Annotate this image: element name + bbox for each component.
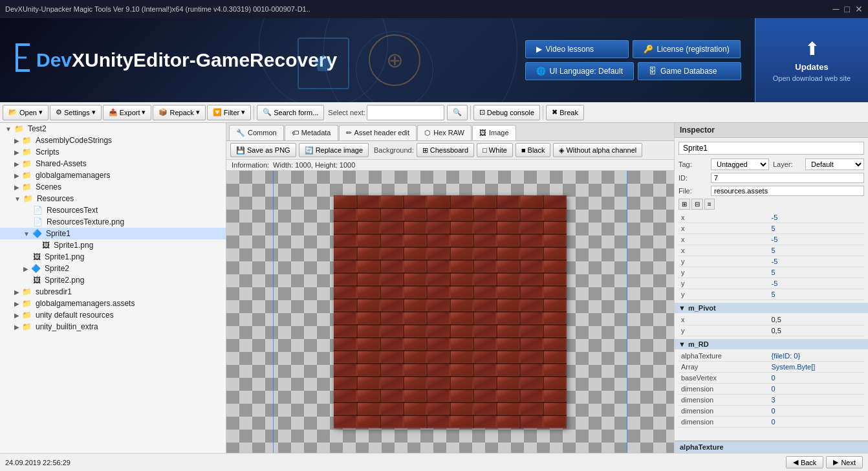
inspector-tool-1[interactable]: ⊞: [678, 199, 690, 210]
tree-item-2[interactable]: ▶📁Scripts: [0, 146, 226, 158]
ui-language-button[interactable]: 🌐 UI Language: Default: [525, 62, 634, 80]
tree-label: Scenes: [36, 182, 61, 192]
datetime: 24.09.2019 22:56:29: [5, 459, 71, 466]
chessboard-button[interactable]: ⊞ Chessboard: [417, 143, 474, 157]
tab-metadata[interactable]: 🏷 Metadata: [285, 125, 338, 140]
tree-icon: 📁: [22, 159, 32, 168]
tab-image[interactable]: 🖼 Image: [472, 125, 516, 140]
break-button[interactable]: ✖ Break: [546, 105, 584, 120]
inspector-data-container: x-5x5x-5x5y-5y5y-5y5: [678, 212, 864, 300]
tag-select[interactable]: Untagged: [711, 159, 769, 170]
select-next-label: Select next:: [328, 109, 365, 116]
white-icon: □: [483, 146, 487, 154]
tree-item-11[interactable]: 🖼Sprite1.png: [0, 251, 226, 263]
inspector-section-rd: ▼ m_RD: [675, 339, 868, 349]
inspector-section-pivot: ▼ m_Pivot: [675, 303, 868, 313]
pivot-collapse-icon: ▼: [678, 304, 686, 312]
without-alpha-button[interactable]: ◈ Without alpha channel: [553, 143, 642, 157]
debug-console-button[interactable]: ⊡ Debug console: [473, 105, 540, 120]
tabs-bar: 🔧 Common 🏷 Metadata ✏ Asset header edit …: [226, 123, 674, 141]
tree-item-0[interactable]: ▼📁Test2: [0, 123, 226, 135]
tree-item-9[interactable]: ▼🔷Sprite1: [0, 228, 226, 239]
expand-arrow: ▼: [5, 126, 12, 133]
tree-label: globalgamemanagers: [36, 171, 110, 180]
tree-item-1[interactable]: ▶📁AssemblyCodeStrings: [0, 135, 226, 146]
game-database-button[interactable]: 🗄 Game Database: [638, 62, 741, 80]
repack-icon: 📦: [158, 108, 168, 116]
inspector-tool-3[interactable]: ≡: [704, 199, 715, 210]
settings-button[interactable]: ⚙ Settings ▾: [50, 105, 102, 120]
tab-hex-raw[interactable]: ⬡ Hex RAW: [417, 125, 472, 140]
expand-arrow: ▶: [14, 172, 19, 179]
file-tree-panel: ▼📁Test2▶📁AssemblyCodeStrings▶📁Scripts▶📁S…: [0, 123, 226, 453]
inspector-tool-2[interactable]: ⊟: [691, 199, 703, 210]
alpha-texture-row: alphaTexture {fileID: 0}: [678, 351, 864, 362]
tree-item-6[interactable]: ▼📁Resources: [0, 193, 226, 204]
expand-arrow: ▶: [14, 312, 19, 319]
video-lessons-button[interactable]: ▶ Video lessons: [525, 40, 629, 58]
search-form-button[interactable]: 🔍 Search form...: [257, 105, 324, 120]
repack-button[interactable]: 📦 Repack ▾: [153, 105, 205, 120]
black-button[interactable]: ■ Black: [515, 143, 551, 157]
tab-asset-header-edit[interactable]: ✏ Asset header edit: [339, 125, 417, 140]
data-row-4: y-5: [678, 256, 864, 267]
replace-image-button[interactable]: 🔄 Replace image: [299, 143, 369, 157]
license-button[interactable]: 🔑 License (registration): [633, 40, 741, 58]
inspector-id-row: ID:: [678, 173, 864, 183]
tree-item-14[interactable]: ▶📁subresdir1: [0, 286, 226, 298]
tree-icon: 📁: [14, 124, 24, 133]
tree-item-12[interactable]: ▶🔷Sprite2: [0, 263, 226, 274]
tree-item-3[interactable]: ▶📁Shared-Assets: [0, 158, 226, 170]
search-go-icon: 🔍: [453, 108, 462, 116]
svg-rect-107: [334, 195, 567, 428]
select-next-input[interactable]: [367, 105, 444, 120]
tree-icon: 📁: [22, 171, 32, 180]
deco-circle-2: [323, 18, 517, 102]
center-panel: 🔧 Common 🏷 Metadata ✏ Asset header edit …: [226, 123, 674, 453]
sprite-name-input[interactable]: [678, 142, 864, 155]
export-button[interactable]: 📤 Export ▾: [103, 105, 152, 120]
export-dropdown-icon: ▾: [142, 108, 146, 116]
tree-item-15[interactable]: ▶📁globalgamemanagers.assets: [0, 298, 226, 309]
tree-label: Sprite1: [46, 229, 71, 238]
inspector-panel: Inspector Tag: Untagged Layer: Default I…: [674, 123, 868, 453]
tree-item-4[interactable]: ▶📁globalgamemanagers: [0, 170, 226, 181]
tab-common[interactable]: 🔧 Common: [229, 125, 284, 140]
tree-label: Sprite2: [45, 264, 69, 273]
play-icon: ▶: [536, 45, 542, 54]
save-as-png-button[interactable]: 💾 Save as PNG: [230, 143, 296, 157]
tree-item-7[interactable]: 📄ResourcesText: [0, 204, 226, 216]
data-row-3: x5: [678, 245, 864, 256]
close-button[interactable]: ✕: [855, 4, 863, 14]
tree-icon: 🔷: [32, 229, 42, 238]
tree-item-17[interactable]: ▶📁unity_builtin_extra: [0, 321, 226, 333]
tree-item-10[interactable]: 🖼Sprite1.png: [0, 239, 226, 251]
image-toolbar: 💾 Save as PNG 🔄 Replace image Background…: [226, 141, 674, 160]
tree-label: unity default resources: [36, 311, 114, 320]
filter-button[interactable]: 🔽 Filter ▾: [207, 105, 251, 120]
maximize-button[interactable]: □: [845, 4, 850, 14]
tree-item-8[interactable]: 📄ResourcesTexture.png: [0, 216, 226, 228]
logo-dev: Dev: [36, 49, 72, 71]
tree-icon: 📁: [23, 194, 33, 203]
minimize-button[interactable]: ─: [833, 4, 840, 14]
expand-arrow: ▶: [14, 137, 19, 144]
tree-item-5[interactable]: ▶📁Scenes: [0, 181, 226, 193]
tree-item-16[interactable]: ▶📁unity default resources: [0, 309, 226, 321]
next-button[interactable]: ▶ Next: [826, 456, 863, 468]
back-button[interactable]: ◀ Back: [786, 456, 823, 468]
tree-icon: 🖼: [33, 276, 41, 285]
toolbar-separator-3: [543, 105, 543, 120]
layer-select[interactable]: Default: [805, 159, 864, 170]
id-input[interactable]: [711, 173, 864, 183]
file-input[interactable]: [711, 186, 864, 196]
open-button[interactable]: 📂 Open ▾: [3, 105, 49, 120]
search-go-button[interactable]: 🔍: [447, 105, 468, 120]
expand-arrow: ▶: [14, 184, 19, 191]
white-button[interactable]: □ White: [477, 143, 513, 157]
tree-icon: 📁: [22, 182, 32, 192]
updates-icon: ⬆: [805, 38, 819, 60]
updates-section[interactable]: ⬆ Updates Open download web site: [755, 18, 868, 102]
tree-item-13[interactable]: 🖼Sprite2.png: [0, 274, 226, 286]
tree-icon: 📁: [22, 311, 32, 320]
